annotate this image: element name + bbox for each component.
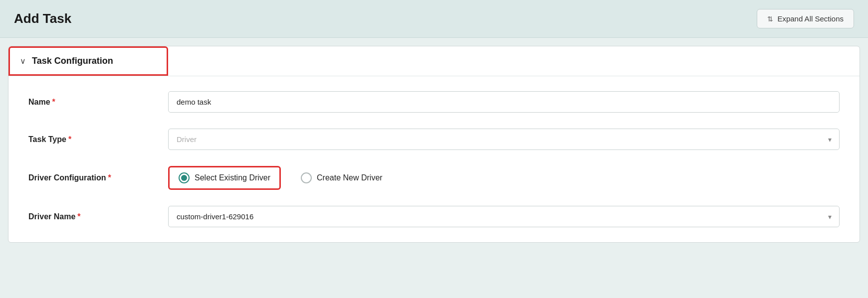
- name-input[interactable]: [168, 91, 840, 113]
- task-type-row: Task Type * Driver Driver ▾: [28, 129, 840, 150]
- task-type-field-area: Driver Driver ▾: [168, 129, 840, 150]
- create-new-driver-label: Create New Driver: [317, 173, 383, 182]
- name-field-area: [168, 91, 840, 113]
- driver-name-label: Driver Name *: [28, 212, 168, 221]
- select-existing-radio-circle: [179, 172, 190, 183]
- driver-name-required-star: *: [77, 212, 80, 221]
- name-row: Name *: [28, 91, 840, 113]
- section-body: Name * Task Type * Driver Drive: [8, 76, 860, 242]
- section-chevron-icon: ∨: [20, 56, 26, 66]
- expand-all-button[interactable]: ⇅ Expand All Sections: [757, 9, 854, 28]
- select-existing-driver-option[interactable]: Select Existing Driver: [168, 166, 281, 190]
- section-title: Task Configuration: [32, 56, 113, 66]
- driver-name-field-area: custom-driver1-629016 ▾: [168, 206, 840, 227]
- driver-config-required-star: *: [108, 173, 111, 182]
- name-required-star: *: [52, 98, 55, 107]
- create-new-radio-circle: [301, 172, 312, 183]
- driver-config-radio-group: Select Existing Driver Create New Driver: [168, 166, 840, 190]
- page-title: Add Task: [14, 11, 71, 26]
- driver-name-select[interactable]: custom-driver1-629016: [168, 206, 840, 227]
- select-existing-driver-label: Select Existing Driver: [195, 173, 270, 182]
- driver-name-select-wrapper: custom-driver1-629016 ▾: [168, 206, 840, 227]
- header: Add Task ⇅ Expand All Sections: [0, 0, 868, 38]
- task-type-required-star: *: [68, 135, 71, 144]
- driver-config-field-area: Select Existing Driver Create New Driver: [168, 166, 840, 190]
- create-new-driver-option[interactable]: Create New Driver: [301, 172, 383, 183]
- driver-name-row: Driver Name * custom-driver1-629016 ▾: [28, 206, 840, 227]
- name-label: Name *: [28, 98, 168, 107]
- page-container: Add Task ⇅ Expand All Sections ∨ Task Co…: [0, 0, 868, 298]
- driver-config-row: Driver Configuration * Select Existing D…: [28, 166, 840, 190]
- task-configuration-section: ∨ Task Configuration Name * Task Type *: [8, 46, 860, 243]
- task-type-label: Task Type *: [28, 135, 168, 144]
- expand-chevron-icon: ⇅: [767, 15, 773, 23]
- driver-config-label: Driver Configuration *: [28, 173, 168, 182]
- task-type-select[interactable]: Driver Driver: [168, 129, 840, 150]
- task-type-select-wrapper: Driver Driver ▾: [168, 129, 840, 150]
- expand-btn-label: Expand All Sections: [777, 14, 844, 23]
- section-header[interactable]: ∨ Task Configuration: [8, 46, 168, 76]
